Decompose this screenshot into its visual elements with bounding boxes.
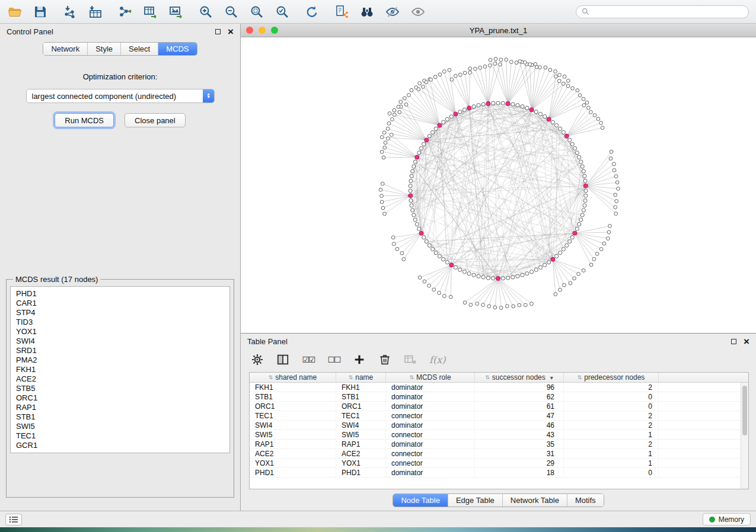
- network-node[interactable]: [398, 110, 401, 114]
- network-node[interactable]: [573, 146, 576, 150]
- network-node[interactable]: [499, 58, 503, 62]
- network-node[interactable]: [538, 66, 542, 69]
- network-node[interactable]: [404, 103, 408, 107]
- dominator-node[interactable]: [449, 263, 454, 267]
- network-node[interactable]: [380, 150, 384, 153]
- table-row[interactable]: ORC1ORC1dominator610: [250, 402, 748, 411]
- network-node[interactable]: [509, 60, 513, 64]
- network-node[interactable]: [523, 61, 527, 65]
- network-node[interactable]: [417, 151, 421, 155]
- network-node[interactable]: [512, 305, 515, 308]
- network-node[interactable]: [418, 82, 422, 85]
- tab-edge-table[interactable]: Edge Table: [448, 494, 502, 507]
- network-node[interactable]: [595, 252, 599, 256]
- window-close-icon[interactable]: [246, 27, 253, 34]
- unselect-all-columns-icon[interactable]: ☐☐: [327, 352, 340, 367]
- table-row[interactable]: SWI4SWI4dominator462: [250, 421, 748, 430]
- network-node[interactable]: [393, 108, 396, 112]
- network-node[interactable]: [418, 276, 422, 280]
- network-node[interactable]: [434, 127, 438, 130]
- network-graph[interactable]: [241, 37, 756, 333]
- network-node[interactable]: [467, 272, 471, 275]
- export-network-icon[interactable]: [117, 4, 133, 20]
- network-node[interactable]: [555, 124, 559, 127]
- tab-mcds[interactable]: MCDS: [158, 43, 196, 55]
- network-node[interactable]: [392, 242, 395, 246]
- select-all-columns-icon[interactable]: ☑☑: [302, 352, 315, 367]
- zoom-selected-icon[interactable]: [275, 4, 290, 20]
- network-node[interactable]: [567, 79, 570, 82]
- mcds-result-item[interactable]: SWI5: [16, 422, 224, 431]
- network-node[interactable]: [407, 94, 411, 97]
- network-node[interactable]: [387, 121, 391, 125]
- search-box[interactable]: [576, 5, 749, 18]
- table-scrollbar[interactable]: [741, 383, 748, 489]
- table-row[interactable]: TEC1TEC1connector472: [250, 411, 748, 421]
- network-node[interactable]: [391, 236, 395, 239]
- mcds-result-item[interactable]: RAP1: [16, 403, 224, 412]
- network-node[interactable]: [566, 84, 570, 88]
- network-node[interactable]: [431, 130, 435, 134]
- network-node[interactable]: [587, 106, 591, 110]
- network-node[interactable]: [615, 181, 619, 184]
- network-node[interactable]: [449, 115, 453, 118]
- network-node[interactable]: [417, 227, 421, 230]
- network-node[interactable]: [609, 157, 613, 161]
- network-node[interactable]: [493, 62, 497, 66]
- network-node[interactable]: [410, 204, 413, 207]
- network-node[interactable]: [411, 169, 414, 173]
- network-node[interactable]: [563, 75, 566, 78]
- run-mcds-button[interactable]: Run MCDS: [55, 113, 114, 127]
- network-node[interactable]: [448, 68, 451, 72]
- tab-style[interactable]: Style: [87, 43, 120, 55]
- network-node[interactable]: [458, 268, 462, 271]
- mcds-result-item[interactable]: CAR1: [16, 299, 224, 308]
- network-node[interactable]: [501, 101, 505, 105]
- network-canvas[interactable]: [241, 37, 756, 333]
- network-node[interactable]: [462, 108, 466, 111]
- import-table-icon[interactable]: [88, 4, 103, 20]
- network-node[interactable]: [486, 276, 490, 280]
- network-node[interactable]: [559, 288, 562, 291]
- network-node[interactable]: [568, 138, 572, 142]
- network-node[interactable]: [410, 88, 413, 92]
- network-node[interactable]: [409, 199, 413, 203]
- node-table[interactable]: ⇅shared name⇅name⇅MCDS role⇅successor no…: [249, 372, 749, 489]
- network-node[interactable]: [614, 193, 617, 197]
- network-node[interactable]: [521, 273, 524, 277]
- mcds-result-item[interactable]: PMA2: [16, 355, 224, 365]
- network-node[interactable]: [562, 248, 565, 251]
- network-node[interactable]: [534, 268, 538, 271]
- network-node[interactable]: [474, 67, 477, 70]
- network-node[interactable]: [419, 146, 423, 150]
- network-node[interactable]: [458, 73, 462, 76]
- table-row[interactable]: ACE2ACE2connector311: [250, 449, 748, 459]
- network-node[interactable]: [476, 302, 479, 306]
- network-node[interactable]: [454, 265, 457, 269]
- network-node[interactable]: [575, 227, 579, 230]
- network-node[interactable]: [505, 305, 509, 308]
- network-node[interactable]: [425, 81, 428, 84]
- search-network-icon[interactable]: [359, 4, 375, 20]
- mcds-result-list[interactable]: PHD1CAR1STP4TID3YOX1SWI4SRD1PMA2FKH1ACE2…: [10, 286, 230, 453]
- network-node[interactable]: [483, 65, 487, 68]
- mcds-result-item[interactable]: SRD1: [16, 346, 224, 355]
- network-node[interactable]: [381, 206, 385, 210]
- refresh-icon[interactable]: [304, 4, 320, 20]
- network-node[interactable]: [539, 265, 543, 269]
- network-node[interactable]: [525, 272, 529, 275]
- network-node[interactable]: [610, 150, 613, 153]
- table-settings-gear-icon[interactable]: [251, 352, 264, 367]
- network-node[interactable]: [525, 106, 529, 110]
- network-node[interactable]: [399, 100, 403, 104]
- network-node[interactable]: [415, 223, 419, 226]
- network-node[interactable]: [468, 71, 472, 75]
- mcds-result-item[interactable]: ORC1: [16, 393, 224, 403]
- network-node[interactable]: [583, 179, 587, 182]
- tab-motifs[interactable]: Motifs: [567, 494, 604, 507]
- network-node[interactable]: [511, 275, 515, 279]
- network-node[interactable]: [530, 302, 534, 306]
- mcds-result-item[interactable]: FKH1: [16, 365, 224, 374]
- network-node[interactable]: [481, 303, 485, 307]
- network-node[interactable]: [582, 269, 585, 273]
